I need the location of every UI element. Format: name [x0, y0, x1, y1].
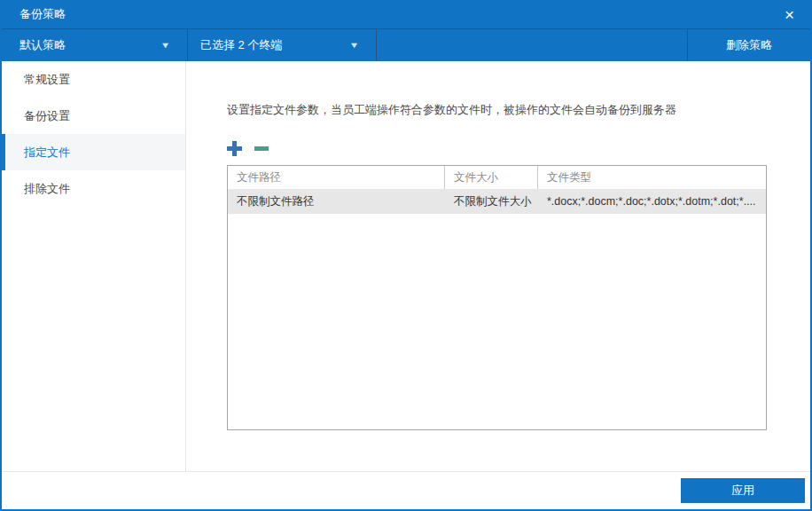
policy-dropdown[interactable]: 默认策略 ▼ [2, 29, 187, 61]
cell-file-size: 不限制文件大小 [445, 189, 538, 214]
sidebar-item-excluded-files[interactable]: 排除文件 [2, 170, 185, 207]
table-header-row: 文件路径 文件大小 文件类型 [228, 166, 766, 189]
apply-button[interactable]: 应用 [681, 478, 805, 503]
table-actions [227, 140, 767, 156]
sidebar-item-specified-files[interactable]: 指定文件 [2, 134, 185, 170]
column-header-file-type: 文件类型 [538, 166, 766, 189]
table-row[interactable]: 不限制文件路径 不限制文件大小 *.docx;*.docm;*.doc;*.do… [228, 189, 766, 214]
toolbar-spacer [377, 29, 687, 61]
footer-bar: 应用 [2, 471, 810, 509]
window-body: 常规设置 备份设置 指定文件 排除文件 设置指定文件参数，当员工端操作符合参数的… [2, 61, 810, 471]
delete-policy-button[interactable]: 删除策略 [688, 29, 810, 61]
terminal-dropdown-label: 已选择 2 个终端 [200, 37, 282, 53]
close-icon[interactable]: × [785, 6, 794, 23]
minus-icon[interactable] [254, 146, 269, 151]
panel-description: 设置指定文件参数，当员工端操作符合参数的文件时，被操作的文件会自动备份到服务器 [227, 102, 767, 118]
chevron-down-icon: ▼ [349, 41, 360, 50]
plus-icon[interactable] [227, 141, 242, 156]
cell-file-path: 不限制文件路径 [228, 189, 445, 214]
cell-file-type: *.docx;*.docm;*.doc;*.dotx;*.dotm;*.dot;… [538, 189, 766, 214]
window-title: 备份策略 [20, 6, 66, 22]
policy-dropdown-label: 默认策略 [20, 37, 66, 53]
backup-policy-window: 备份策略 × 默认策略 ▼ 已选择 2 个终端 ▼ 删除策略 常规设置 备份设置… [0, 0, 812, 511]
sidebar-item-general-settings[interactable]: 常规设置 [2, 61, 185, 98]
title-bar: 备份策略 × [2, 0, 810, 29]
chevron-down-icon: ▼ [160, 41, 171, 50]
column-header-file-path: 文件路径 [228, 166, 445, 189]
policy-toolbar: 默认策略 ▼ 已选择 2 个终端 ▼ 删除策略 [2, 29, 810, 61]
specified-files-table: 文件路径 文件大小 文件类型 不限制文件路径 不限制文件大小 *.docx;*.… [227, 165, 767, 430]
settings-sidebar: 常规设置 备份设置 指定文件 排除文件 [2, 61, 186, 471]
sidebar-item-backup-settings[interactable]: 备份设置 [2, 98, 185, 134]
terminal-dropdown[interactable]: 已选择 2 个终端 ▼ [188, 29, 376, 61]
column-header-file-size: 文件大小 [445, 166, 538, 189]
specified-files-panel: 设置指定文件参数，当员工端操作符合参数的文件时，被操作的文件会自动备份到服务器 … [186, 61, 810, 471]
